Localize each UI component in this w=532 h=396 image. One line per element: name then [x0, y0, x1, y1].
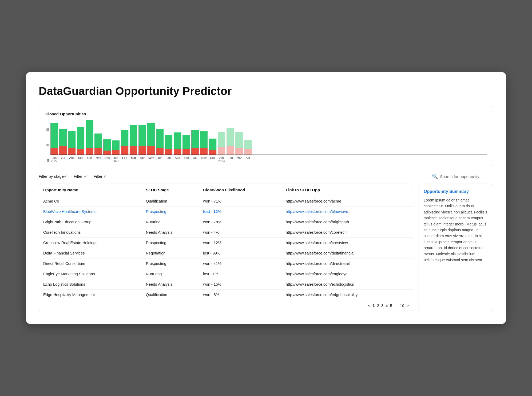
cell-link[interactable]: http://www.salesforce.com/edgehospitalit… [281, 290, 413, 300]
pagination-next[interactable]: > [406, 303, 409, 308]
cell-name[interactable]: Edge Hospitality Management [39, 290, 142, 300]
table-row[interactable]: Direct Retail Consortium Prospecting won… [39, 258, 413, 269]
chart-bar-group [103, 139, 111, 155]
filter-button-1[interactable]: Filter ✓ [74, 174, 87, 179]
bar-year-label [182, 159, 190, 163]
bar-month-label: Jun [156, 156, 164, 159]
table-row[interactable]: EagleEye Marketing Solutions Nurturing l… [39, 269, 413, 279]
cell-link[interactable]: http://www.salesforce.com/bluewave [281, 207, 413, 217]
bar-red [244, 149, 252, 155]
cell-link[interactable]: http://www.salesforce.com/directretail [281, 258, 413, 269]
chart-bar-group [191, 130, 199, 155]
filter-button-2[interactable]: Filter ✓ [94, 174, 107, 179]
cell-name[interactable]: BrightPath Education Group [39, 217, 142, 227]
cell-name[interactable]: Direct Retail Consortium [39, 258, 142, 269]
bar-year-label [86, 159, 93, 163]
cell-link[interactable]: http://www.salesforce.com/deltafinancial [281, 248, 413, 258]
bar-year-label [174, 159, 181, 163]
cell-name[interactable]: Delta Financial Services [39, 248, 142, 258]
search-input[interactable] [440, 174, 493, 179]
search-icon: 🔍 [432, 173, 438, 179]
table-row[interactable]: Echo Logistics Solutions Needs Analysis … [39, 279, 413, 290]
cell-link[interactable]: http://www.salesforce.com/eagleeye [281, 269, 413, 279]
bar-year-label [94, 159, 102, 163]
filter-stage-button[interactable]: Filter by stage✓ [39, 174, 67, 179]
bar-red [86, 148, 93, 155]
chart-bar-group [227, 128, 234, 155]
bar-year-label [191, 159, 199, 163]
page-1[interactable]: 1 [372, 303, 375, 308]
cell-likelihood: won - 12% [199, 238, 281, 248]
table-row[interactable]: BlueWave Healthcare Systems Prospecting … [39, 207, 413, 217]
bar-green [244, 140, 252, 149]
chart-bar-group [112, 140, 120, 155]
bar-month-label: Mar [235, 156, 243, 159]
cell-name[interactable]: Crestview Real Estate Holdings [39, 238, 142, 248]
chart-bar-group [182, 135, 190, 155]
cell-name[interactable]: CoreTech Innovations [39, 227, 142, 238]
bar-year-label [200, 159, 208, 163]
cell-stage: Needs Analysis [142, 227, 199, 238]
cell-link[interactable]: http://www.salesforce.com/echologistics [281, 279, 413, 290]
bar-red [121, 146, 128, 155]
bar-month-label: Jun [50, 156, 58, 159]
chart-bar-group [235, 132, 243, 155]
cell-stage: Prospecting [142, 238, 199, 248]
bar-red [156, 148, 164, 155]
cell-likelihood: lost - 12% [199, 207, 281, 217]
table-row[interactable]: Crestview Real Estate Holdings Prospecti… [39, 238, 413, 248]
cell-likelihood: won - 8% [199, 290, 281, 300]
bar-green [174, 132, 181, 149]
bar-green [86, 120, 93, 148]
col-link[interactable]: Link to SFDC Opp [281, 184, 413, 196]
cell-name[interactable]: BlueWave Healthcare Systems [39, 207, 142, 217]
summary-title: Opportunity Summary [424, 189, 488, 194]
page-3[interactable]: 3 [381, 303, 383, 308]
bar-month-label: Sep [77, 156, 84, 159]
col-likelihood[interactable]: Close-Won Likelihood [199, 184, 281, 196]
chart-bar-group [138, 125, 146, 155]
page-2[interactable]: 2 [377, 303, 379, 308]
bar-year-label [147, 159, 155, 163]
cell-name[interactable]: Echo Logistics Solutions [39, 279, 142, 290]
chart-bar-group [86, 120, 93, 155]
sort-icon: ↓ [80, 188, 82, 192]
bar-year-label [165, 159, 172, 163]
table-row[interactable]: Delta Financial Services Negotiation los… [39, 248, 413, 258]
table-row[interactable]: BrightPath Education Group Nuturing won … [39, 217, 413, 227]
table-row[interactable]: CoreTech Innovations Needs Analysis won … [39, 227, 413, 238]
bar-green [182, 135, 190, 149]
cell-link[interactable]: http://www.salesforce.com/acme [281, 196, 413, 207]
cell-link[interactable]: http://www.salesforce.com/brightpath [281, 217, 413, 227]
cell-likelihood: won - 4% [199, 227, 281, 238]
page-10[interactable]: 10 [400, 303, 404, 308]
bar-month-label: Jan [218, 156, 225, 159]
page-5[interactable]: 5 [390, 303, 392, 308]
col-stage[interactable]: SFDC Stage [142, 184, 199, 196]
cell-link[interactable]: http://www.salesforce.com/crestview [281, 238, 413, 248]
bar-green [200, 131, 208, 148]
y-label-5: 5 [45, 159, 49, 163]
chart-bar-group [200, 131, 208, 155]
bar-red [165, 149, 172, 155]
page-4[interactable]: 4 [386, 303, 388, 308]
chart-bar-group [174, 132, 181, 155]
table-row[interactable]: Acme Co Qualification won - 71% http://w… [39, 196, 413, 207]
bar-year-label [156, 159, 164, 163]
bar-green [165, 135, 172, 149]
table-section: Opportunity Name ↓ SFDC Stage Close-Won … [39, 184, 413, 311]
cell-name[interactable]: EagleEye Marketing Solutions [39, 269, 142, 279]
cell-link[interactable]: http://www.salesforce.com/coretech [281, 227, 413, 238]
cell-likelihood: won - 15% [199, 279, 281, 290]
cell-name[interactable]: Acme Co [39, 196, 142, 207]
search-area: 🔍 [432, 173, 493, 179]
pagination-prev[interactable]: < [368, 303, 371, 308]
table-row[interactable]: Edge Hospitality Management Qualificatio… [39, 290, 413, 300]
bar-red [130, 146, 137, 155]
col-name[interactable]: Opportunity Name ↓ [39, 184, 142, 196]
bar-month-label: Feb [227, 156, 234, 159]
summary-text: Lorem ipsum dolor sit amet consectetur. … [424, 197, 488, 263]
bar-green [147, 123, 155, 146]
bar-green [138, 125, 146, 146]
filters-row: Filter by stage✓ Filter ✓ Filter ✓ 🔍 [39, 173, 493, 179]
